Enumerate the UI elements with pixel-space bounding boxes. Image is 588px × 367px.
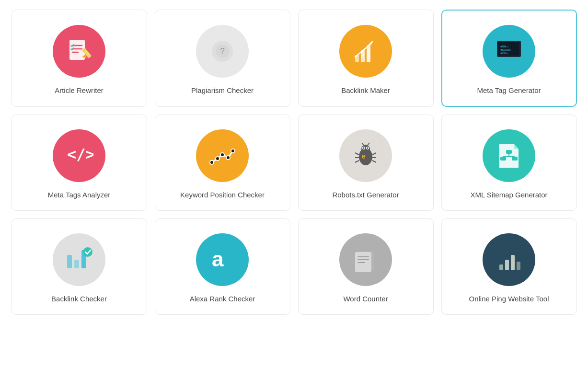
- svg-line-39: [372, 153, 376, 155]
- svg-point-25: [226, 156, 230, 160]
- svg-rect-58: [505, 260, 509, 270]
- meta-tags-analyzer-label: Meta Tags Analyzer: [48, 191, 111, 199]
- svg-text:a: a: [212, 247, 224, 271]
- svg-rect-46: [500, 157, 506, 161]
- svg-rect-60: [517, 262, 520, 270]
- backlink-checker-label: Backlink Checker: [51, 295, 107, 303]
- svg-text:<BODY>: <BODY>: [500, 52, 508, 55]
- xml-sitemap-generator-label: XML Sitemap Generator: [470, 191, 547, 199]
- word-counter-icon: [339, 233, 392, 295]
- svg-rect-20: [503, 59, 515, 61]
- svg-text:<HEADER>: <HEADER>: [500, 48, 511, 51]
- tool-card-word-counter[interactable]: Word Counter: [298, 218, 434, 315]
- svg-rect-42: [506, 150, 512, 154]
- svg-text:e: e: [362, 152, 366, 160]
- tool-card-plagiarism-checker[interactable]: ? Plagiarism Checker: [155, 10, 290, 107]
- meta-tag-generator-icon: <HTML> <HEADER> <BODY>: [483, 25, 535, 86]
- tool-card-backlink-checker[interactable]: Backlink Checker: [12, 218, 147, 315]
- svg-line-36: [355, 153, 359, 155]
- tool-card-alexa-rank-checker[interactable]: a Alexa Rank Checker: [155, 218, 290, 315]
- tool-card-online-ping-website-tool[interactable]: Online Ping Website Tool: [441, 218, 577, 315]
- backlink-checker-icon: [53, 233, 105, 295]
- tools-grid: Article Rewriter ? Plagiarism Checker Ba…: [12, 10, 577, 315]
- article-rewriter-label: Article Rewriter: [55, 86, 104, 94]
- svg-line-34: [368, 143, 369, 145]
- svg-line-38: [355, 161, 359, 162]
- tool-card-meta-tags-analyzer[interactable]: </> Meta Tags Analyzer: [12, 115, 147, 211]
- svg-rect-12: [367, 46, 370, 62]
- svg-line-33: [362, 143, 364, 145]
- robots-txt-generator-label: Robots.txt Generator: [332, 191, 399, 199]
- xml-sitemap-generator-icon: [483, 129, 535, 191]
- svg-point-51: [83, 247, 92, 257]
- keyword-position-checker-icon: [196, 129, 249, 191]
- article-rewriter-icon: [53, 25, 105, 86]
- tool-card-meta-tag-generator[interactable]: <HTML> <HEADER> <BODY> Meta Tag Generato…: [441, 10, 577, 107]
- tool-card-article-rewriter[interactable]: Article Rewriter: [12, 10, 147, 107]
- tool-card-xml-sitemap-generator[interactable]: XML Sitemap Generator: [441, 115, 577, 211]
- meta-tag-generator-label: Meta Tag Generator: [477, 86, 541, 94]
- meta-tags-analyzer-icon: </>: [53, 129, 105, 191]
- svg-text:?: ?: [220, 46, 225, 56]
- tool-card-keyword-position-checker[interactable]: Keyword Position Checker: [155, 115, 290, 211]
- svg-rect-47: [512, 157, 518, 161]
- backlink-maker-label: Backlink Maker: [341, 86, 390, 94]
- plagiarism-checker-label: Plagiarism Checker: [191, 86, 254, 94]
- alexa-rank-checker-label: Alexa Rank Checker: [190, 295, 255, 303]
- svg-text:<HTML>: <HTML>: [500, 45, 508, 48]
- svg-rect-57: [499, 264, 503, 270]
- svg-point-22: [210, 161, 214, 164]
- backlink-maker-icon: [339, 25, 392, 86]
- svg-rect-49: [74, 260, 79, 268]
- tool-card-robots-txt-generator[interactable]: e Robots.txt Generator: [298, 115, 434, 211]
- svg-line-41: [372, 161, 376, 162]
- plagiarism-checker-icon: ?: [196, 25, 249, 86]
- svg-point-23: [216, 157, 219, 161]
- svg-point-31: [363, 148, 365, 149]
- svg-point-26: [231, 149, 235, 153]
- online-ping-website-tool-icon: [483, 233, 535, 295]
- keyword-position-checker-label: Keyword Position Checker: [180, 191, 265, 199]
- svg-rect-48: [67, 255, 72, 268]
- online-ping-website-tool-label: Online Ping Website Tool: [469, 295, 549, 303]
- svg-text:</>: </>: [67, 145, 93, 163]
- robots-txt-generator-icon: e: [339, 129, 392, 191]
- svg-rect-59: [511, 255, 515, 270]
- svg-point-24: [220, 153, 224, 157]
- word-counter-label: Word Counter: [343, 295, 388, 303]
- tool-card-backlink-maker[interactable]: Backlink Maker: [298, 10, 434, 107]
- alexa-rank-checker-icon: a: [196, 233, 249, 295]
- svg-point-32: [367, 148, 369, 149]
